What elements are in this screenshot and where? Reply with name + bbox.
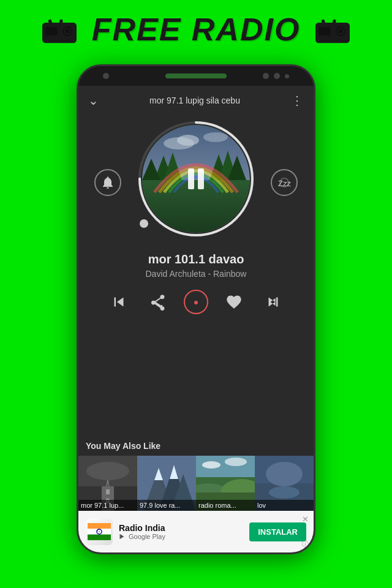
now-playing-station-title: mor 97.1 lupig sila cebu (149, 96, 240, 105)
bell-icon (100, 175, 115, 190)
heart-icon (225, 293, 243, 311)
playback-controls: ● (88, 288, 304, 315)
ad-subtitle-text: Google Play (129, 533, 165, 540)
nav-down-chevron[interactable]: ⌄ (88, 93, 99, 108)
radio-icon-left (38, 11, 81, 48)
top-nav: ⌄ mor 97.1 lupig sila cebu ⋮ (78, 86, 314, 113)
india-flag-icon (88, 523, 111, 540)
thumbnail-item-1[interactable]: mor 97.1 lup... (78, 456, 137, 511)
forward-button[interactable] (260, 288, 287, 315)
rewind-button[interactable] (105, 288, 132, 315)
pause-bar-right (198, 168, 204, 189)
player-controls-row: Zzz (88, 118, 304, 247)
radio-icon-right (311, 11, 354, 48)
ad-title: Radio India (119, 523, 243, 533)
pause-button[interactable] (184, 167, 208, 191)
google-play-icon (119, 533, 126, 540)
ad-close-button[interactable]: ✕ (302, 514, 309, 524)
page-title: FREE RADIO (92, 11, 301, 48)
svg-point-46 (225, 458, 247, 466)
sensor-dot-1 (263, 73, 269, 79)
phone-status-bar (78, 66, 314, 86)
circle-player[interactable] (135, 118, 257, 240)
ad-logo (86, 518, 113, 545)
share-icon (149, 293, 167, 311)
thumbnail-item-3[interactable]: radio roma... (196, 456, 255, 511)
thumb-label-3: radio roma... (196, 500, 255, 511)
thumb-label-4: lov (255, 500, 314, 511)
page-header: FREE RADIO (0, 0, 392, 54)
svg-rect-7 (319, 27, 331, 36)
section-label: You May Also Like (78, 441, 314, 456)
nav-more-button[interactable]: ⋮ (291, 93, 304, 108)
app-screen: ⌄ mor 97.1 lupig sila cebu ⋮ (78, 86, 314, 552)
svg-rect-32 (106, 489, 110, 494)
forward-icon (264, 293, 282, 311)
alarm-icon: Zzz (277, 175, 292, 190)
pause-bar-left (188, 168, 194, 189)
ad-subtitle: Google Play (119, 533, 243, 540)
ad-logo-inner (86, 518, 113, 545)
svg-point-3 (65, 29, 69, 34)
ad-install-button[interactable]: INSTALAR (249, 522, 306, 541)
station-name: mor 101.1 davao (148, 252, 244, 266)
phone-frame: ⌄ mor 97.1 lupig sila cebu ⋮ (77, 64, 315, 554)
svg-rect-1 (45, 27, 57, 36)
record-button[interactable]: ● (184, 290, 208, 314)
ad-info-button[interactable]: ⓘ (302, 540, 309, 549)
svg-point-45 (202, 461, 221, 469)
thumb-label-2: 97.9 love ra... (137, 500, 196, 511)
svg-point-24 (203, 132, 228, 142)
ad-text-block: Radio India Google Play (119, 523, 243, 540)
svg-rect-53 (88, 535, 111, 540)
thumbnails-row: mor 97.1 lup... 97.9 love ra... (78, 456, 314, 511)
svg-point-28 (86, 462, 129, 480)
svg-point-50 (269, 486, 300, 499)
thumbnail-item-2[interactable]: 97.9 love ra... (137, 456, 196, 511)
ad-banner: Radio India Google Play INSTALAR ✕ ⓘ (78, 511, 314, 552)
thumbnail-item-4[interactable]: lov (255, 456, 314, 511)
record-icon: ● (194, 297, 198, 307)
sensor-dot-3 (285, 74, 289, 78)
thumb-label-1: mor 97.1 lup... (78, 500, 137, 511)
svg-point-9 (339, 29, 343, 34)
speaker-bar (165, 74, 227, 78)
progress-dot (140, 219, 148, 228)
player-section: Zzz mor 101.1 davao David Archuleta - Ra… (78, 113, 314, 441)
sensor-dot-2 (274, 73, 280, 79)
rewind-icon (110, 293, 128, 311)
svg-point-23 (177, 135, 199, 146)
favorite-button[interactable] (221, 288, 247, 315)
svg-rect-51 (88, 523, 111, 529)
svg-point-55 (99, 531, 100, 532)
svg-point-49 (266, 462, 303, 486)
sensor-dots (263, 73, 289, 79)
song-name: David Archuleta - Rainbow (146, 269, 247, 279)
alarm-button[interactable]: Zzz (271, 169, 298, 196)
bell-button[interactable] (94, 169, 121, 196)
camera-dot (103, 73, 109, 79)
share-button[interactable] (145, 288, 172, 315)
